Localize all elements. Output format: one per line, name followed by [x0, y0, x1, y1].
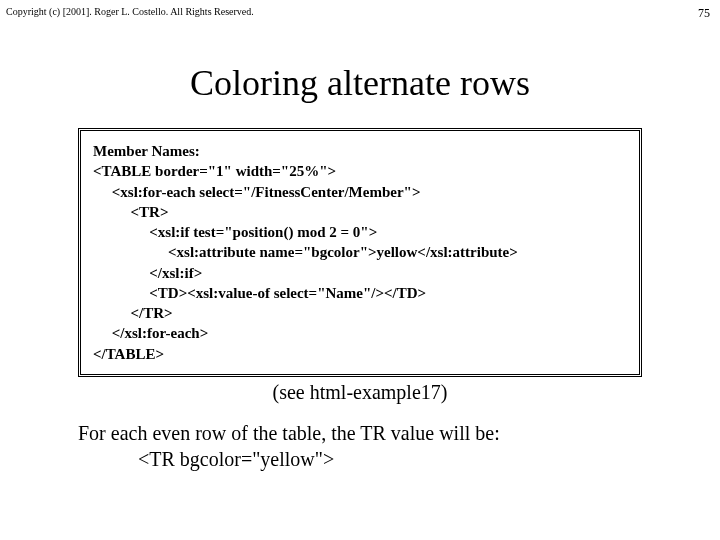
code-line: Member Names: — [93, 143, 200, 159]
explain-line-2: <TR bgcolor="yellow"> — [138, 446, 642, 472]
code-line: <TD><xsl:value-of select="Name"/></TD> — [93, 285, 426, 301]
code-line: </TABLE> — [93, 346, 164, 362]
code-line: <TABLE border="1" width="25%"> — [93, 163, 336, 179]
code-line: </TR> — [93, 305, 173, 321]
code-box: Member Names: <TABLE border="1" width="2… — [78, 128, 642, 377]
page-number: 75 — [698, 6, 710, 21]
code-line: </xsl:for-each> — [93, 325, 208, 341]
explanation: For each even row of the table, the TR v… — [78, 420, 642, 472]
copyright-text: Copyright (c) [2001]. Roger L. Costello.… — [6, 6, 254, 17]
explain-line-1: For each even row of the table, the TR v… — [78, 420, 642, 446]
code-line: <TR> — [93, 204, 168, 220]
note-text: (see html-example17) — [0, 381, 720, 404]
code-line: <xsl:for-each select="/FitnessCenter/Mem… — [93, 184, 420, 200]
page-title: Coloring alternate rows — [0, 62, 720, 104]
code-line: </xsl:if> — [93, 265, 202, 281]
code-line: <xsl:attribute name="bgcolor">yellow</xs… — [93, 244, 518, 260]
code-line: <xsl:if test="position() mod 2 = 0"> — [93, 224, 377, 240]
